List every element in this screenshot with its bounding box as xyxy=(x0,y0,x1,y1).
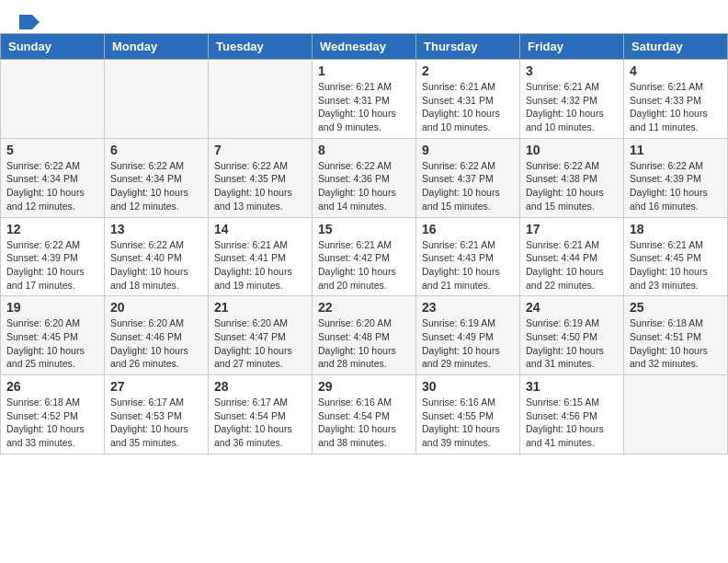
calendar-cell: 17Sunrise: 6:21 AMSunset: 4:44 PMDayligh… xyxy=(520,217,624,296)
calendar-week-1: 1Sunrise: 6:21 AMSunset: 4:31 PMDaylight… xyxy=(1,60,728,139)
calendar-cell: 27Sunrise: 6:17 AMSunset: 4:53 PMDayligh… xyxy=(105,375,209,454)
day-number: 4 xyxy=(630,63,722,78)
calendar-cell xyxy=(209,60,313,139)
calendar-week-4: 19Sunrise: 6:20 AMSunset: 4:45 PMDayligh… xyxy=(1,296,728,375)
col-saturday: Saturday xyxy=(624,34,728,60)
day-info: Sunrise: 6:22 AMSunset: 4:36 PMDaylight:… xyxy=(318,159,410,213)
day-number: 1 xyxy=(318,63,410,78)
calendar-cell: 26Sunrise: 6:18 AMSunset: 4:52 PMDayligh… xyxy=(1,375,105,454)
day-info: Sunrise: 6:22 AMSunset: 4:40 PMDaylight:… xyxy=(110,238,202,293)
calendar-cell: 29Sunrise: 6:16 AMSunset: 4:54 PMDayligh… xyxy=(313,375,416,454)
day-info: Sunrise: 6:21 AMSunset: 4:44 PMDaylight:… xyxy=(526,238,618,293)
day-number: 17 xyxy=(526,222,618,236)
calendar-cell: 16Sunrise: 6:21 AMSunset: 4:43 PMDayligh… xyxy=(416,217,520,296)
day-number: 31 xyxy=(526,379,618,394)
day-number: 16 xyxy=(422,222,514,236)
col-sunday: Sunday xyxy=(1,34,105,60)
calendar-week-5: 26Sunrise: 6:18 AMSunset: 4:52 PMDayligh… xyxy=(1,375,728,454)
calendar-cell: 20Sunrise: 6:20 AMSunset: 4:46 PMDayligh… xyxy=(105,296,209,375)
day-number: 3 xyxy=(526,63,618,78)
day-number: 5 xyxy=(6,143,98,157)
day-info: Sunrise: 6:20 AMSunset: 4:46 PMDaylight:… xyxy=(110,316,202,371)
day-info: Sunrise: 6:21 AMSunset: 4:32 PMDaylight:… xyxy=(526,80,618,134)
day-info: Sunrise: 6:18 AMSunset: 4:52 PMDaylight:… xyxy=(6,396,98,450)
col-wednesday: Wednesday xyxy=(313,34,416,60)
header-row: Sunday Monday Tuesday Wednesday Thursday… xyxy=(1,34,728,60)
day-info: Sunrise: 6:21 AMSunset: 4:31 PMDaylight:… xyxy=(318,80,410,134)
calendar-cell: 8Sunrise: 6:22 AMSunset: 4:36 PMDaylight… xyxy=(313,138,416,217)
calendar: Sunday Monday Tuesday Wednesday Thursday… xyxy=(0,33,728,454)
day-number: 7 xyxy=(214,143,306,157)
calendar-cell: 30Sunrise: 6:16 AMSunset: 4:55 PMDayligh… xyxy=(416,375,520,454)
logo xyxy=(18,15,40,26)
day-number: 15 xyxy=(318,222,410,236)
calendar-cell xyxy=(105,60,209,139)
day-info: Sunrise: 6:15 AMSunset: 4:56 PMDaylight:… xyxy=(526,396,618,450)
col-friday: Friday xyxy=(520,34,624,60)
calendar-cell: 4Sunrise: 6:21 AMSunset: 4:33 PMDaylight… xyxy=(624,60,728,139)
day-number: 26 xyxy=(6,379,98,394)
day-info: Sunrise: 6:19 AMSunset: 4:49 PMDaylight:… xyxy=(422,316,514,371)
title-section xyxy=(40,15,710,17)
day-info: Sunrise: 6:16 AMSunset: 4:54 PMDaylight:… xyxy=(318,396,410,450)
day-number: 25 xyxy=(630,300,722,315)
col-tuesday: Tuesday xyxy=(209,34,313,60)
day-info: Sunrise: 6:21 AMSunset: 4:42 PMDaylight:… xyxy=(318,238,410,293)
day-info: Sunrise: 6:22 AMSunset: 4:34 PMDaylight:… xyxy=(6,159,98,213)
day-info: Sunrise: 6:18 AMSunset: 4:51 PMDaylight:… xyxy=(630,316,722,371)
calendar-cell: 24Sunrise: 6:19 AMSunset: 4:50 PMDayligh… xyxy=(520,296,624,375)
calendar-cell: 7Sunrise: 6:22 AMSunset: 4:35 PMDaylight… xyxy=(209,138,313,217)
calendar-cell: 2Sunrise: 6:21 AMSunset: 4:31 PMDaylight… xyxy=(416,60,520,139)
calendar-cell xyxy=(624,375,728,454)
day-info: Sunrise: 6:17 AMSunset: 4:54 PMDaylight:… xyxy=(214,396,306,450)
day-number: 28 xyxy=(214,379,306,394)
day-number: 22 xyxy=(318,300,410,315)
day-info: Sunrise: 6:21 AMSunset: 4:31 PMDaylight:… xyxy=(422,80,514,134)
day-info: Sunrise: 6:22 AMSunset: 4:38 PMDaylight:… xyxy=(526,159,618,213)
calendar-cell: 6Sunrise: 6:22 AMSunset: 4:34 PMDaylight… xyxy=(105,138,209,217)
day-info: Sunrise: 6:21 AMSunset: 4:41 PMDaylight:… xyxy=(214,238,306,293)
col-monday: Monday xyxy=(105,34,209,60)
day-info: Sunrise: 6:22 AMSunset: 4:37 PMDaylight:… xyxy=(422,159,514,213)
day-number: 23 xyxy=(422,300,514,315)
calendar-cell: 25Sunrise: 6:18 AMSunset: 4:51 PMDayligh… xyxy=(624,296,728,375)
day-number: 13 xyxy=(110,222,202,236)
calendar-cell: 10Sunrise: 6:22 AMSunset: 4:38 PMDayligh… xyxy=(520,138,624,217)
day-number: 10 xyxy=(526,143,618,157)
logo-bird-icon xyxy=(19,15,40,29)
calendar-cell: 28Sunrise: 6:17 AMSunset: 4:54 PMDayligh… xyxy=(209,375,313,454)
day-info: Sunrise: 6:19 AMSunset: 4:50 PMDaylight:… xyxy=(526,316,618,371)
day-info: Sunrise: 6:22 AMSunset: 4:34 PMDaylight:… xyxy=(110,159,202,213)
day-number: 14 xyxy=(214,222,306,236)
calendar-week-3: 12Sunrise: 6:22 AMSunset: 4:39 PMDayligh… xyxy=(1,217,728,296)
day-info: Sunrise: 6:22 AMSunset: 4:35 PMDaylight:… xyxy=(214,159,306,213)
calendar-cell: 21Sunrise: 6:20 AMSunset: 4:47 PMDayligh… xyxy=(209,296,313,375)
day-info: Sunrise: 6:21 AMSunset: 4:43 PMDaylight:… xyxy=(422,238,514,293)
day-number: 12 xyxy=(6,222,98,236)
day-number: 11 xyxy=(630,143,722,157)
day-number: 6 xyxy=(110,143,202,157)
day-number: 2 xyxy=(422,63,514,78)
day-number: 30 xyxy=(422,379,514,394)
col-thursday: Thursday xyxy=(416,34,520,60)
day-number: 8 xyxy=(318,143,410,157)
day-info: Sunrise: 6:21 AMSunset: 4:45 PMDaylight:… xyxy=(630,238,722,293)
calendar-cell: 23Sunrise: 6:19 AMSunset: 4:49 PMDayligh… xyxy=(416,296,520,375)
svg-marker-0 xyxy=(19,15,40,29)
calendar-cell: 3Sunrise: 6:21 AMSunset: 4:32 PMDaylight… xyxy=(520,60,624,139)
calendar-cell: 5Sunrise: 6:22 AMSunset: 4:34 PMDaylight… xyxy=(1,138,105,217)
day-info: Sunrise: 6:22 AMSunset: 4:39 PMDaylight:… xyxy=(6,238,98,293)
day-number: 21 xyxy=(214,300,306,315)
header xyxy=(0,0,728,33)
day-info: Sunrise: 6:21 AMSunset: 4:33 PMDaylight:… xyxy=(630,80,722,134)
calendar-cell: 11Sunrise: 6:22 AMSunset: 4:39 PMDayligh… xyxy=(624,138,728,217)
day-number: 19 xyxy=(6,300,98,315)
calendar-cell: 18Sunrise: 6:21 AMSunset: 4:45 PMDayligh… xyxy=(624,217,728,296)
calendar-cell: 1Sunrise: 6:21 AMSunset: 4:31 PMDaylight… xyxy=(313,60,416,139)
day-number: 18 xyxy=(630,222,722,236)
day-info: Sunrise: 6:17 AMSunset: 4:53 PMDaylight:… xyxy=(110,396,202,450)
day-number: 24 xyxy=(526,300,618,315)
calendar-cell: 19Sunrise: 6:20 AMSunset: 4:45 PMDayligh… xyxy=(1,296,105,375)
calendar-cell xyxy=(1,60,105,139)
calendar-cell: 22Sunrise: 6:20 AMSunset: 4:48 PMDayligh… xyxy=(313,296,416,375)
